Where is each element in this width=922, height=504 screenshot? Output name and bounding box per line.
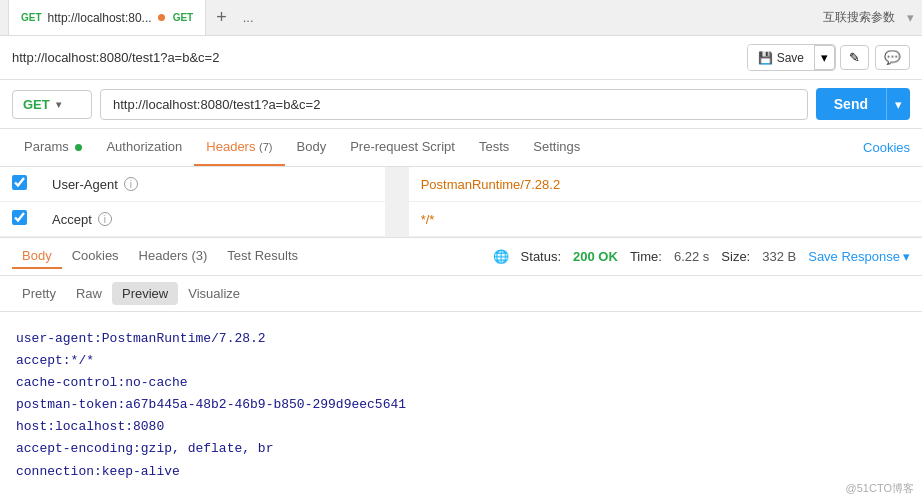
col-divider-1 [385, 167, 409, 202]
response-status: 🌐 Status: 200 OK Time: 6.22 s Size: 332 … [493, 249, 910, 264]
tab-bar: GET http://localhost:80... GET + ... 互联搜… [0, 0, 922, 36]
method-label: GET [23, 97, 50, 112]
resp-tab-headers[interactable]: Headers (3) [129, 244, 218, 269]
send-dropdown-button[interactable]: ▾ [886, 88, 910, 120]
url-input[interactable] [100, 89, 808, 120]
comment-icon: 💬 [884, 50, 901, 65]
response-line-6: accept-encoding:gzip, deflate, br [16, 438, 906, 460]
method-select[interactable]: GET ▾ [12, 90, 92, 119]
response-line-1: user-agent:PostmanRuntime/7.28.2 [16, 328, 906, 350]
tab-right-chevron[interactable]: ▾ [907, 10, 914, 25]
status-code: 200 OK [573, 249, 618, 264]
tab-authorization[interactable]: Authorization [94, 129, 194, 166]
headers-table-container: User-Agent i PostmanRuntime/7.28.2 Accep… [0, 167, 922, 238]
save-dropdown-button[interactable]: ▾ [815, 45, 835, 70]
save-button-group: 💾 Save ▾ [747, 44, 836, 71]
header-name-label-1: User-Agent [52, 177, 118, 192]
tab-add-button[interactable]: + [206, 7, 237, 28]
tab-headers[interactable]: Headers (7) [194, 129, 284, 166]
header-value-cell-2: */* [409, 202, 922, 237]
table-row: Accept i */* [0, 202, 922, 237]
tab-item-1[interactable]: GET http://localhost:80... GET [8, 0, 206, 35]
header-checkbox-1[interactable] [12, 175, 27, 190]
params-dot [75, 144, 82, 151]
request-title: http://localhost:8080/test1?a=b&c=2 [12, 50, 747, 65]
body-view-tabs: Pretty Raw Preview Visualize [0, 276, 922, 312]
resp-tab-test-results[interactable]: Test Results [217, 244, 308, 269]
tab-method-1: GET [21, 12, 42, 23]
resp-tab-body[interactable]: Body [12, 244, 62, 269]
headers-table: User-Agent i PostmanRuntime/7.28.2 Accep… [0, 167, 922, 237]
save-icon: 💾 [758, 51, 773, 65]
method-chevron: ▾ [56, 99, 61, 110]
checkbox-cell-1 [0, 167, 40, 202]
tab-settings[interactable]: Settings [521, 129, 592, 166]
header-name-cell-2: Accept i [40, 202, 385, 237]
request-tabs: Params Authorization Headers (7) Body Pr… [0, 129, 922, 167]
bv-tab-raw[interactable]: Raw [66, 282, 112, 305]
watermark: @51CTO博客 [846, 481, 914, 496]
save-response-chevron: ▾ [903, 249, 910, 264]
tab-more-button[interactable]: ... [237, 10, 260, 25]
bv-tab-preview[interactable]: Preview [112, 282, 178, 305]
response-line-3: cache-control:no-cache [16, 372, 906, 394]
tab-method-2: GET [173, 12, 194, 23]
url-actions: 💾 Save ▾ ✎ 💬 [747, 44, 910, 71]
tab-url-1: http://localhost:80... [48, 11, 152, 25]
response-line-5: host:localhost:8080 [16, 416, 906, 438]
checkbox-cell-2 [0, 202, 40, 237]
info-icon-1[interactable]: i [124, 177, 138, 191]
request-bar: GET ▾ Send ▾ [0, 80, 922, 129]
response-body: user-agent:PostmanRuntime/7.28.2 accept:… [0, 312, 922, 499]
size-label: Size: [721, 249, 750, 264]
url-bar-container: http://localhost:8080/test1?a=b&c=2 💾 Sa… [0, 36, 922, 80]
tab-params[interactable]: Params [12, 129, 94, 166]
bv-tab-pretty[interactable]: Pretty [12, 282, 66, 305]
response-line-4: postman-token:a67b445a-48b2-46b9-b850-29… [16, 394, 906, 416]
send-button-group: Send ▾ [816, 88, 910, 120]
header-name-label-2: Accept [52, 212, 92, 227]
time-label: Time: [630, 249, 662, 264]
tab-body[interactable]: Body [285, 129, 339, 166]
edit-icon: ✎ [849, 50, 860, 65]
table-row: User-Agent i PostmanRuntime/7.28.2 [0, 167, 922, 202]
header-checkbox-2[interactable] [12, 210, 27, 225]
header-value-2: */* [421, 212, 435, 227]
col-divider-2 [385, 202, 409, 237]
response-line-7: connection:keep-alive [16, 461, 906, 483]
response-size: 332 B [762, 249, 796, 264]
header-name-cell-1: User-Agent i [40, 167, 385, 202]
save-button[interactable]: 💾 Save [748, 45, 815, 70]
globe-icon: 🌐 [493, 249, 509, 264]
response-tabs-bar: Body Cookies Headers (3) Test Results 🌐 … [0, 238, 922, 276]
bv-tab-visualize[interactable]: Visualize [178, 282, 250, 305]
header-value-cell-1: PostmanRuntime/7.28.2 [409, 167, 922, 202]
response-time: 6.22 s [674, 249, 709, 264]
edit-button[interactable]: ✎ [840, 45, 869, 70]
comment-button[interactable]: 💬 [875, 45, 910, 70]
response-line-2: accept:*/* [16, 350, 906, 372]
tab-tests[interactable]: Tests [467, 129, 521, 166]
save-response-button[interactable]: Save Response ▾ [808, 249, 910, 264]
tab-right-label: 互联搜索参数 [823, 9, 903, 26]
tab-prerequest[interactable]: Pre-request Script [338, 129, 467, 166]
info-icon-2[interactable]: i [98, 212, 112, 226]
resp-tab-cookies[interactable]: Cookies [62, 244, 129, 269]
tab-dot-1 [158, 14, 165, 21]
status-label: Status: [521, 249, 561, 264]
tab-cookies[interactable]: Cookies [863, 140, 910, 155]
send-button[interactable]: Send [816, 88, 886, 120]
header-value-1: PostmanRuntime/7.28.2 [421, 177, 560, 192]
